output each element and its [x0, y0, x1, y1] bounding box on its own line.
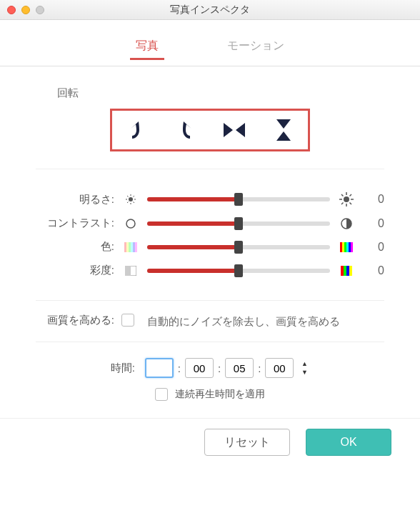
svg-rect-35	[344, 266, 346, 276]
flip-vertical-icon	[275, 119, 292, 141]
svg-rect-30	[349, 242, 351, 252]
time-seconds-input[interactable]	[225, 358, 254, 378]
close-window-button[interactable]	[7, 6, 16, 14]
time-step-up-button[interactable]: ▲	[299, 359, 309, 368]
time-hours-input[interactable]	[145, 358, 174, 378]
rotate-left-icon	[128, 120, 145, 140]
flip-vertical-button[interactable]	[271, 117, 296, 143]
tab-bar: 写真 モーション	[0, 20, 420, 66]
window-controls	[7, 6, 44, 14]
saturation-low-icon	[121, 266, 140, 276]
sun-dim-icon	[121, 194, 140, 205]
quality-row: 画質を高める: 自動的にノイズを除去し、画質を高める	[36, 301, 384, 342]
svg-line-17	[350, 194, 352, 196]
brightness-row: 明るさ: 0	[36, 192, 384, 206]
svg-rect-25	[135, 242, 137, 252]
loop-row: 連続再生時間を適用	[36, 385, 384, 418]
svg-rect-23	[131, 242, 133, 252]
svg-rect-20	[124, 242, 126, 252]
brightness-label: 明るさ:	[36, 193, 114, 206]
tab-photo[interactable]: 写真	[130, 36, 164, 60]
quality-checkbox[interactable]	[121, 314, 134, 327]
svg-rect-24	[133, 242, 135, 252]
saturation-row: 彩度: 0	[36, 264, 384, 277]
contrast-value: 0	[363, 217, 384, 230]
rotate-label: 回転	[57, 86, 384, 100]
time-stepper: ▲ ▼	[299, 359, 309, 377]
svg-point-18	[126, 219, 135, 228]
svg-rect-29	[346, 242, 349, 252]
color-value: 0	[363, 241, 384, 254]
svg-rect-28	[344, 242, 346, 252]
svg-line-8	[134, 196, 135, 197]
svg-point-0	[129, 197, 133, 201]
svg-line-6	[134, 202, 135, 204]
svg-line-15	[350, 203, 352, 205]
time-colon-1: :	[178, 362, 181, 374]
time-colon-3: :	[258, 362, 261, 374]
flip-horizontal-icon	[224, 121, 245, 139]
svg-line-16	[341, 203, 344, 205]
svg-rect-22	[129, 242, 131, 252]
svg-rect-34	[341, 266, 344, 276]
contrast-row: コントラスト: 0	[36, 216, 384, 230]
time-label: 時間:	[111, 362, 135, 375]
inspector-window: 写真インスペクタ 写真 モーション 回転 明るさ:	[0, 0, 420, 513]
rotate-right-icon	[177, 120, 194, 140]
svg-line-5	[127, 196, 129, 197]
color-row: 色: 0	[36, 240, 384, 254]
loop-label: 連続再生時間を適用	[175, 388, 265, 401]
rotate-left-button[interactable]	[124, 117, 149, 143]
quality-label: 画質を高める:	[36, 314, 114, 327]
adjustment-sliders: 明るさ: 0 コントラスト:	[36, 169, 384, 301]
footer: リセット OK	[0, 418, 420, 456]
svg-line-7	[127, 202, 129, 204]
time-colon-2: :	[218, 362, 221, 374]
time-row: 時間: : : : ▲ ▼	[36, 342, 384, 385]
contrast-low-icon	[121, 218, 140, 229]
titlebar: 写真インスペクタ	[0, 0, 420, 20]
rotate-right-button[interactable]	[173, 117, 199, 143]
quality-description: 自動的にノイズを除去し、画質を高める	[147, 314, 384, 329]
content-area: 回転 明るさ:	[0, 66, 420, 418]
flip-horizontal-button[interactable]	[221, 117, 247, 143]
svg-rect-37	[349, 266, 352, 276]
time-step-down-button[interactable]: ▼	[299, 368, 309, 377]
reset-button[interactable]: リセット	[204, 429, 290, 456]
time-frames-input[interactable]	[265, 358, 294, 378]
loop-checkbox[interactable]	[155, 388, 168, 401]
svg-rect-21	[126, 242, 129, 252]
color-slider[interactable]	[147, 245, 330, 249]
svg-point-9	[344, 196, 349, 202]
time-minutes-input[interactable]	[185, 358, 214, 378]
contrast-label: コントラスト:	[36, 216, 114, 230]
svg-rect-36	[346, 266, 349, 276]
saturation-value: 0	[363, 264, 384, 277]
svg-rect-26	[340, 242, 342, 252]
svg-rect-27	[342, 242, 344, 252]
saturation-high-icon	[337, 266, 356, 276]
svg-line-14	[341, 194, 344, 196]
saturation-label: 彩度:	[36, 264, 114, 277]
contrast-slider[interactable]	[147, 221, 330, 226]
saturation-slider[interactable]	[147, 269, 330, 273]
svg-rect-33	[125, 266, 131, 276]
sun-bright-icon	[337, 192, 356, 206]
brightness-value: 0	[363, 193, 384, 206]
contrast-high-icon	[337, 217, 356, 230]
zoom-window-button[interactable]	[36, 6, 44, 14]
color-high-icon	[337, 242, 356, 252]
svg-rect-31	[351, 242, 353, 252]
ok-button[interactable]: OK	[306, 429, 391, 456]
window-title: 写真インスペクタ	[7, 4, 413, 16]
color-low-icon	[121, 242, 140, 252]
minimize-window-button[interactable]	[21, 6, 30, 14]
color-label: 色:	[36, 240, 114, 254]
tab-motion[interactable]: モーション	[221, 36, 290, 60]
brightness-slider[interactable]	[147, 197, 330, 201]
rotate-toolbar	[110, 109, 310, 151]
